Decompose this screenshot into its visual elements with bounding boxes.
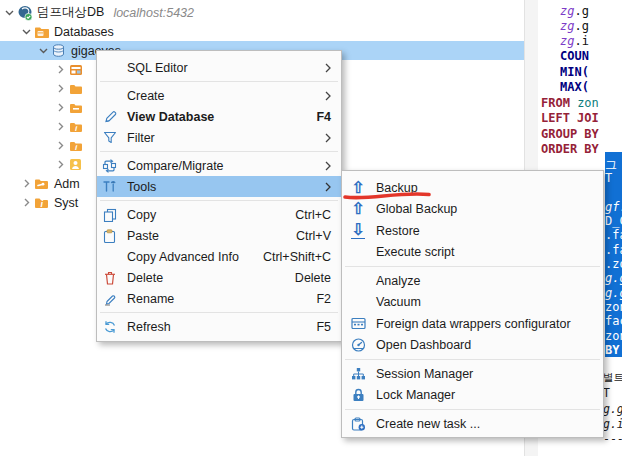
code-fragment: ---	[603, 432, 622, 446]
selected-code-fragment: .zo	[605, 257, 622, 271]
chevron-right-icon[interactable]	[19, 198, 33, 207]
selected-code-fragment: g.g	[605, 271, 622, 285]
menu-item-copy-advanced-info[interactable]: Copy Advanced Info Ctrl+Shift+C	[97, 246, 341, 267]
selected-code-fragment: BY	[605, 343, 619, 357]
menu-item-rename[interactable]: Rename F2	[97, 288, 341, 309]
submenu-item-fdw-configurator[interactable]: Foreign data wrappers configurator	[342, 313, 603, 335]
submenu-arrow-icon	[325, 161, 331, 171]
selected-code-fragment: .fa	[605, 243, 622, 257]
shortcut: F4	[316, 110, 331, 124]
menu-separator	[345, 359, 600, 360]
code-line: zg.g	[560, 4, 589, 18]
tree-row-connection[interactable]: 덤프대상DB localhost:5432	[0, 3, 524, 22]
folder-icon	[67, 100, 84, 116]
compare-migrate-icon	[100, 157, 119, 174]
selected-code-fragment: .fa	[605, 228, 622, 242]
refresh-icon	[100, 318, 119, 335]
schemas-icon	[67, 62, 84, 78]
selected-code-fragment: zon	[605, 329, 622, 343]
lock-icon	[348, 387, 368, 404]
submenu-item-session-manager[interactable]: Session Manager	[342, 363, 603, 385]
submenu-arrow-icon	[325, 133, 331, 143]
chevron-right-icon[interactable]	[53, 65, 67, 74]
database-cylinder-icon	[50, 43, 67, 59]
code-fragment: 별트	[603, 371, 622, 385]
menu-item-copy[interactable]: Copy Ctrl+C	[97, 204, 341, 225]
folder-info-icon: i	[33, 195, 50, 211]
fdw-configurator-icon	[348, 315, 368, 332]
selected-code-fragment: g.g	[605, 286, 622, 300]
code-line: ORDER BY	[541, 142, 599, 156]
selected-code-fragment: fac	[605, 314, 622, 328]
code-line: COUN	[560, 49, 589, 63]
submenu-item-vacuum[interactable]: Vacuum	[342, 292, 603, 314]
context-menu: SQL Editor Create View Database F4 Filte…	[96, 50, 342, 342]
selected-code-fragment: T	[605, 171, 612, 185]
filter-funnel-icon	[100, 129, 119, 146]
menu-separator	[100, 81, 338, 82]
menu-item-filter[interactable]: Filter	[97, 127, 341, 148]
chevron-down-icon[interactable]	[19, 27, 33, 36]
administer-label: Adm	[54, 177, 80, 191]
connection-host: localhost:5432	[113, 6, 194, 20]
menu-item-sql-editor[interactable]: SQL Editor	[97, 57, 341, 78]
menu-separator	[100, 151, 338, 152]
submenu-item-analyze[interactable]: Analyze	[342, 270, 603, 292]
shortcut: F2	[316, 292, 331, 306]
databases-folder-icon	[33, 24, 50, 40]
menu-item-create[interactable]: Create	[97, 85, 341, 106]
postgresql-connection-icon	[16, 5, 33, 21]
menu-item-refresh[interactable]: Refresh F5	[97, 316, 341, 337]
folder-icon	[67, 81, 84, 97]
new-task-icon	[348, 415, 368, 432]
chevron-right-icon[interactable]	[53, 103, 67, 112]
trash-icon	[100, 269, 119, 286]
submenu-item-backup[interactable]: ⇧ Backup	[342, 177, 603, 199]
selected-code-fragment: gf.	[605, 200, 622, 214]
dashboard-gauge-icon	[348, 337, 368, 354]
chevron-right-icon[interactable]	[53, 141, 67, 150]
submenu-item-execute-script[interactable]: Execute script	[342, 242, 603, 264]
chevron-right-icon[interactable]	[53, 84, 67, 93]
chevron-down-icon[interactable]	[36, 46, 50, 55]
menu-item-paste[interactable]: Paste Ctrl+V	[97, 225, 341, 246]
copy-icon	[100, 206, 119, 223]
menu-item-tools[interactable]: Tools	[97, 176, 341, 197]
submenu-item-open-dashboard[interactable]: Open Dashboard	[342, 335, 603, 357]
menu-item-view-database[interactable]: View Database F4	[97, 106, 341, 127]
paste-clipboard-icon	[100, 227, 119, 244]
shortcut: Ctrl+V	[296, 229, 331, 243]
chevron-right-icon[interactable]	[19, 179, 33, 188]
submenu-arrow-icon	[325, 182, 331, 192]
code-line: LEFT JOI	[541, 111, 599, 125]
menu-item-delete[interactable]: Delete Delete	[97, 267, 341, 288]
code-fragment: g.i	[603, 417, 622, 431]
shortcut: Ctrl+Shift+C	[263, 250, 331, 264]
submenu-item-create-new-task[interactable]: Create new task ...	[342, 413, 603, 435]
connection-name: 덤프대상DB	[37, 4, 104, 21]
submenu-item-restore[interactable]: ⇩ Restore	[342, 220, 603, 242]
pencil-icon	[100, 108, 119, 125]
menu-separator	[345, 409, 600, 410]
folder-info-icon: i	[67, 138, 84, 154]
code-fragment: T	[603, 386, 610, 400]
chevron-right-icon[interactable]	[53, 122, 67, 131]
chevron-right-icon[interactable]	[53, 160, 67, 169]
menu-item-compare-migrate[interactable]: Compare/Migrate	[97, 155, 341, 176]
submenu-arrow-icon	[325, 91, 331, 101]
selected-code-fragment: zon	[605, 300, 622, 314]
submenu-item-global-backup[interactable]: ⇧ Global Backup	[342, 199, 603, 221]
chevron-down-icon[interactable]	[2, 8, 16, 17]
rename-pencil-icon	[100, 290, 119, 307]
menu-separator	[345, 266, 600, 267]
shortcut: Delete	[295, 271, 331, 285]
code-line: zg.i	[560, 34, 589, 48]
roles-user-icon	[67, 157, 84, 173]
global-backup-upload-icon: ⇧	[348, 201, 368, 218]
folder-wrench-icon	[33, 176, 50, 192]
submenu-item-lock-manager[interactable]: Lock Manager	[342, 385, 603, 407]
tools-submenu: ⇧ Backup ⇧ Global Backup ⇩ Restore Execu…	[341, 170, 604, 438]
system-info-label: Syst	[54, 196, 78, 210]
menu-separator	[100, 312, 338, 313]
tree-row-databases[interactable]: Databases	[0, 22, 524, 41]
